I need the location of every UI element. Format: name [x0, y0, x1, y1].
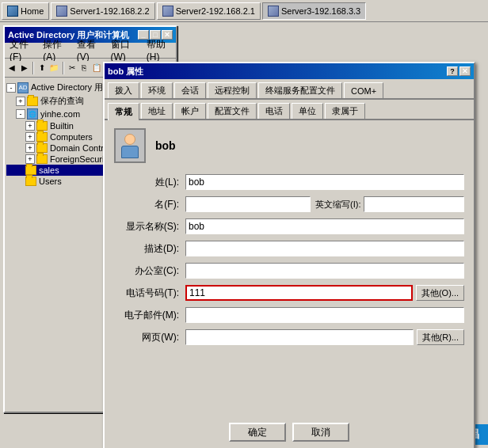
tree-saved-expand[interactable]: +	[16, 97, 25, 106]
tree-computers-label: Computers	[50, 132, 93, 142]
ad-menubar: 文件(F) 操作(A) 查看(V) 窗口(W) 帮助(H)	[5, 43, 176, 59]
tree-saved-icon	[27, 97, 38, 106]
tab-dial-in[interactable]: 拨入	[108, 82, 139, 98]
tree-sales-label: sales	[39, 165, 59, 175]
email-label: 电子邮件(M):	[114, 309, 185, 322]
taskbar-server3[interactable]: Server3-192.168.3.3	[262, 2, 366, 20]
server1-icon	[56, 6, 67, 17]
cancel-btn[interactable]: 取消	[292, 423, 349, 442]
tab-session[interactable]: 会话	[174, 82, 206, 98]
tab-account[interactable]: 帐户	[174, 103, 206, 119]
lastname-label: 姓(L):	[114, 176, 185, 189]
tabs-row2: 常规 地址 帐户 配置文件 电话 单位 隶属于	[105, 100, 474, 120]
tree-users-icon	[25, 177, 36, 186]
tab-member-of[interactable]: 隶属于	[325, 103, 365, 119]
dialog-titlebar: bob 属性 ? ✕	[105, 63, 474, 79]
server3-icon	[268, 6, 279, 17]
tab-complus[interactable]: COM+	[344, 82, 383, 98]
dialog-close-btn[interactable]: ✕	[459, 66, 471, 76]
taskbar-home-label: Home	[21, 6, 44, 16]
tree-yinhe-icon: 🌐	[27, 108, 38, 120]
ok-btn[interactable]: 确定	[229, 423, 286, 442]
avatar-body	[121, 146, 139, 158]
tree-dc-icon	[36, 143, 48, 153]
toolbar-paste[interactable]: 📋	[91, 61, 102, 75]
tree-root-icon: AD	[17, 82, 29, 93]
taskbar-server2-label: Server2-192.168.2.1	[176, 6, 255, 16]
form-row-displayname: 显示名称(S):	[114, 218, 464, 234]
tree-saved-label: 保存的查询	[40, 95, 84, 107]
avatar-head	[124, 134, 135, 145]
tab-general[interactable]: 常规	[108, 103, 139, 120]
tree-foreign-icon	[36, 154, 48, 164]
toolbar-up[interactable]: ⬆	[36, 61, 48, 75]
user-header: bob	[114, 128, 464, 163]
home-icon	[7, 6, 18, 17]
taskbar-server1-label: Server1-192.168.2.2	[70, 6, 149, 16]
firstname-label: 名(F):	[114, 198, 185, 211]
toolbar-copy[interactable]: ⎘	[78, 61, 90, 75]
tree-builtin-icon	[36, 121, 48, 131]
taskbar-home[interactable]: Home	[2, 2, 49, 20]
tree-yinhe-label: yinhe.com	[40, 109, 80, 119]
tree-foreign-expand[interactable]: +	[25, 154, 35, 164]
server2-icon	[162, 6, 173, 17]
phone-input[interactable]	[185, 285, 413, 301]
toolbar-back[interactable]: ◀	[6, 61, 17, 75]
dialog-title: bob 属性	[108, 66, 143, 78]
initials-label: 英文缩写(I):	[315, 199, 364, 211]
tab-env[interactable]: 环境	[141, 82, 173, 98]
tab-org[interactable]: 单位	[292, 103, 323, 119]
office-label: 办公室(C):	[114, 264, 185, 278]
description-label: 描述(D):	[114, 242, 185, 256]
dialog-body: bob 姓(L): 名(F): 英文缩写(I): 显示名称(S): 描述	[105, 120, 474, 359]
tab-remote[interactable]: 远程控制	[208, 82, 257, 98]
firstname-input[interactable]	[185, 196, 311, 212]
description-input[interactable]	[185, 241, 464, 256]
main-background: Active Directory 用户和计算机 _ □ ✕ 文件(F) 操作(A…	[0, 22, 488, 448]
webpage-input[interactable]	[185, 329, 414, 345]
tree-computers-expand[interactable]: +	[25, 132, 35, 142]
avatar	[114, 128, 146, 163]
tree-computers-icon	[36, 132, 48, 142]
office-input[interactable]	[185, 263, 464, 279]
tree-yinhe-expand[interactable]: -	[16, 109, 25, 119]
dialog-footer: 确定 取消	[105, 423, 474, 442]
tree-root-expand[interactable]: -	[6, 83, 16, 93]
tree-builtin-expand[interactable]: +	[25, 121, 35, 131]
webpage-label: 网页(W):	[114, 331, 185, 344]
form-row-webpage: 网页(W): 其他(R)...	[114, 329, 464, 345]
tree-builtin-label: Builtin	[50, 121, 74, 131]
form-row-firstname: 名(F): 英文缩写(I):	[114, 196, 464, 212]
lastname-input[interactable]	[185, 174, 464, 190]
taskbar-server2[interactable]: Server2-192.168.2.1	[157, 2, 261, 20]
tab-address[interactable]: 地址	[141, 103, 173, 119]
tree-sales-icon	[25, 165, 36, 175]
phone-other-btn[interactable]: 其他(O)...	[416, 285, 464, 301]
form-row-office: 办公室(C):	[114, 263, 464, 279]
webpage-other-btn[interactable]: 其他(R)...	[417, 329, 464, 345]
toolbar-sep2	[63, 62, 64, 74]
dialog-help-btn[interactable]: ?	[447, 66, 458, 76]
tab-phone[interactable]: 电话	[258, 103, 290, 119]
displayname-input[interactable]	[185, 218, 464, 234]
form-row-lastname: 姓(L):	[114, 174, 464, 190]
user-display-name: bob	[155, 139, 176, 152]
email-input[interactable]	[185, 307, 464, 323]
displayname-label: 显示名称(S):	[114, 220, 185, 233]
tabs-row1: 拨入 环境 会话 远程控制 终端服务配置文件 COM+	[105, 79, 474, 100]
toolbar-cut[interactable]: ✂	[67, 61, 78, 75]
toolbar-folder[interactable]: 📁	[48, 61, 59, 75]
form-row-phone: 电话号码(T): 其他(O)...	[114, 285, 464, 301]
taskbar: Home Server1-192.168.2.2 Server2-192.168…	[0, 0, 488, 22]
form-row-email: 电子邮件(M):	[114, 307, 464, 323]
initials-input[interactable]	[364, 196, 464, 212]
taskbar-server3-label: Server3-192.168.3.3	[281, 6, 360, 16]
form-row-description: 描述(D):	[114, 241, 464, 256]
tree-users-label: Users	[39, 177, 62, 186]
tree-dc-expand[interactable]: +	[25, 143, 35, 153]
toolbar-forward[interactable]: ▶	[18, 61, 29, 75]
tab-profile[interactable]: 配置文件	[208, 103, 257, 119]
taskbar-server1[interactable]: Server1-192.168.2.2	[51, 2, 154, 20]
tab-terminal[interactable]: 终端服务配置文件	[258, 82, 342, 98]
